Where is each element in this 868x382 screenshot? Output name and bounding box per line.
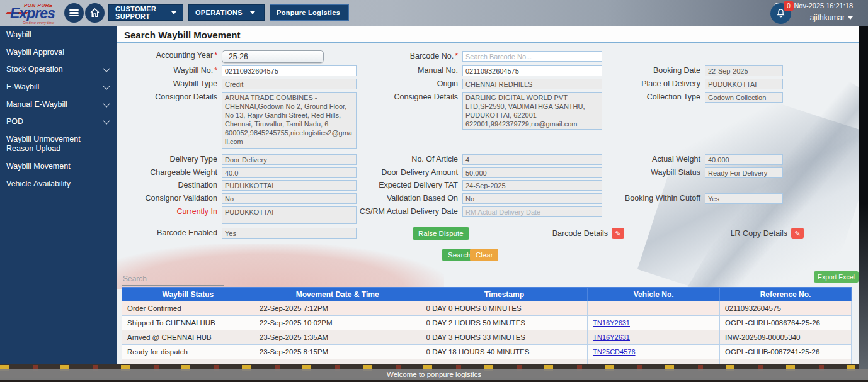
home-button[interactable] (85, 3, 105, 23)
column-header-timestamp[interactable]: Timestamp (421, 288, 588, 301)
sidebar-item-waybill[interactable]: Waybill (0, 26, 117, 44)
home-icon (89, 8, 100, 18)
nav-customer-support-dropdown[interactable]: CUSTOMER SUPPORT (108, 4, 183, 21)
sidebar-item-waybill-movement[interactable]: Waybill Movement (0, 158, 117, 176)
cell-status: Ready for dispatch (122, 345, 254, 359)
accounting-year-select[interactable]: 25-26 (222, 50, 324, 63)
cell-reference: OGPL-CHHB-0087241-25-26 (720, 345, 852, 359)
table-row: Shipped To TRICHY HUB 23-Sep-2025 8:39PM… (122, 359, 852, 364)
cell-status: Shipped To CHENNAI HUB (122, 316, 254, 330)
column-header-reference-no[interactable]: Reference No. (720, 288, 852, 301)
notification-bell-button[interactable]: 0 (770, 3, 791, 24)
no-of-article-label: No. Of Article (356, 154, 458, 165)
lr-copy-details-edit-button[interactable]: ✎ (791, 228, 804, 239)
hamburger-menu-button[interactable] (64, 3, 84, 23)
cell-reference: 02110932604575 (720, 301, 852, 316)
barcode-enabled-field (222, 228, 357, 239)
vehicle-no-link[interactable]: TN25CD4576 (593, 348, 635, 356)
vehicle-no-link[interactable]: TN16Y2631 (593, 334, 630, 341)
delivery-type-label: Delivery Type (123, 154, 217, 165)
consignor-details-label: Consignor Details (123, 92, 217, 103)
cell-timestamp: 0 DAY 0 HOURS 0 MINUTES (421, 301, 588, 316)
barcode-enabled-label: Barcode Enabled (123, 228, 217, 239)
chargeable-weight-field (222, 167, 357, 178)
consignor-validation-label: Consignor Validation (123, 193, 217, 204)
chevron-down-icon (103, 65, 110, 72)
manual-no-label: Manual No. (356, 65, 458, 76)
app-window: PON PURE Expres On time every time CUSTO… (0, 0, 868, 382)
user-menu[interactable]: ajithkumar (810, 13, 853, 22)
sidebar-item-label: POD (6, 117, 23, 127)
booking-within-cutoff-field (705, 193, 783, 204)
sidebar-item-label: Waybill Movement (6, 162, 71, 172)
consignee-details-label: Consignee Details (356, 92, 458, 103)
place-of-delivery-label: Place of Delivery (595, 79, 700, 89)
nav-customer-support-label: CUSTOMER SUPPORT (115, 5, 164, 20)
cs-rm-actual-delivery-date-label: CS/RM Actual Delivery Date (356, 206, 458, 217)
table-row: Shipped To CHENNAI HUB 22-Sep-2025 10:02… (122, 316, 852, 330)
consignor-validation-field (222, 193, 357, 204)
page-title: Search Waybill Movement (124, 30, 241, 40)
barcode-no-label: Barcode No.* (356, 51, 458, 62)
cell-datetime: 23-Sep-2025 8:39PM (254, 359, 421, 364)
waybill-status-field (705, 167, 783, 178)
sidebar-item-label: Waybill Unmovement Reason Upload (6, 135, 109, 154)
booking-date-field (705, 65, 783, 76)
actual-weight-field (705, 154, 783, 165)
sidebar-item-label: Waybill (6, 30, 31, 40)
destination-field (222, 180, 357, 191)
manual-no-input[interactable] (462, 65, 602, 76)
top-header-bar: PON PURE Expres On time every time CUSTO… (0, 0, 868, 26)
edit-icon: ✎ (615, 230, 620, 237)
cell-status: Arrived @ CHENNAI HUB (122, 330, 254, 345)
table-row: Order Confirmed 22-Sep-2025 7:12PM 0 DAY… (122, 301, 852, 316)
pon-pure-express-logo: PON PURE Expres On time every time (6, 2, 64, 25)
footer-message: Welcome to ponpure logistics (387, 371, 481, 378)
table-search-input[interactable] (122, 272, 224, 286)
column-header-movement-date-time[interactable]: Movement Date & Time (254, 288, 421, 301)
column-header-waybill-status[interactable]: Waybill Status (122, 288, 254, 301)
currently-in-label: Currently In (123, 206, 217, 217)
sidebar-item-label: Waybill Approval (6, 48, 64, 58)
delivery-type-field (222, 154, 357, 165)
sidebar-item-e-waybill[interactable]: E-Waybill (0, 79, 117, 96)
cell-timestamp: 0 DAY 2 HOURS 50 MINUTES (421, 316, 588, 330)
sidebar-item-label: Manual E-Waybill (6, 100, 67, 110)
logo-tagline: On time every time (23, 21, 54, 25)
sidebar-item-vehicle-availability[interactable]: Vehicle Availability (0, 176, 117, 193)
sidebar-item-label: Vehicle Availability (6, 179, 71, 189)
vehicle-no-link[interactable]: TN16Y2631 (593, 319, 630, 327)
cell-datetime: 22-Sep-2025 10:02PM (254, 316, 421, 330)
door-delivery-amount-field (462, 167, 602, 178)
sidebar-item-stock-operation[interactable]: Stock Operation (0, 61, 117, 79)
barcode-details-edit-button[interactable]: ✎ (612, 228, 624, 239)
sidebar-item-waybill-unmovement-reason-upload[interactable]: Waybill Unmovement Reason Upload (0, 131, 117, 158)
origin-label: Origin (356, 79, 458, 89)
right-edge-strip (859, 0, 868, 369)
cell-status: Shipped To TRICHY HUB (122, 359, 254, 364)
sidebar-item-waybill-approval[interactable]: Waybill Approval (0, 44, 117, 62)
place-of-delivery-field (705, 79, 783, 89)
sidebar-item-manual-e-waybill[interactable]: Manual E-Waybill (0, 96, 117, 114)
booking-date-label: Booking Date (595, 65, 700, 76)
waybill-status-label: Waybill Status (595, 167, 700, 178)
collection-type-label: Collection Type (595, 92, 700, 103)
logo-main-text: Expres (10, 5, 55, 22)
app-title-label: Ponpure Logistics (277, 9, 340, 16)
cell-datetime: 22-Sep-2025 7:12PM (254, 301, 421, 316)
no-of-article-field (462, 154, 602, 165)
barcode-no-input[interactable] (462, 51, 602, 62)
raise-dispute-button[interactable]: Raise Dispute (413, 227, 469, 240)
sidebar-item-pod[interactable]: POD (0, 113, 117, 131)
waybill-movement-table: Waybill Status Movement Date & Time Time… (122, 287, 852, 364)
sidebar-item-label: Stock Operation (6, 65, 63, 75)
column-header-vehicle-no[interactable]: Vehicle No. (588, 288, 720, 301)
clear-button[interactable]: Clear (470, 249, 498, 261)
actual-weight-label: Actual Weight (595, 154, 700, 165)
waybill-no-input[interactable] (222, 65, 357, 76)
cell-timestamp: 0 DAY 3 HOURS 33 MINUTES (421, 330, 588, 345)
notification-badge: 0 (784, 1, 794, 11)
nav-operations-dropdown[interactable]: OPERATIONS (188, 4, 265, 21)
export-excel-button[interactable]: Export Excel (814, 271, 859, 283)
waybill-no-label: Waybill No.* (123, 65, 217, 76)
